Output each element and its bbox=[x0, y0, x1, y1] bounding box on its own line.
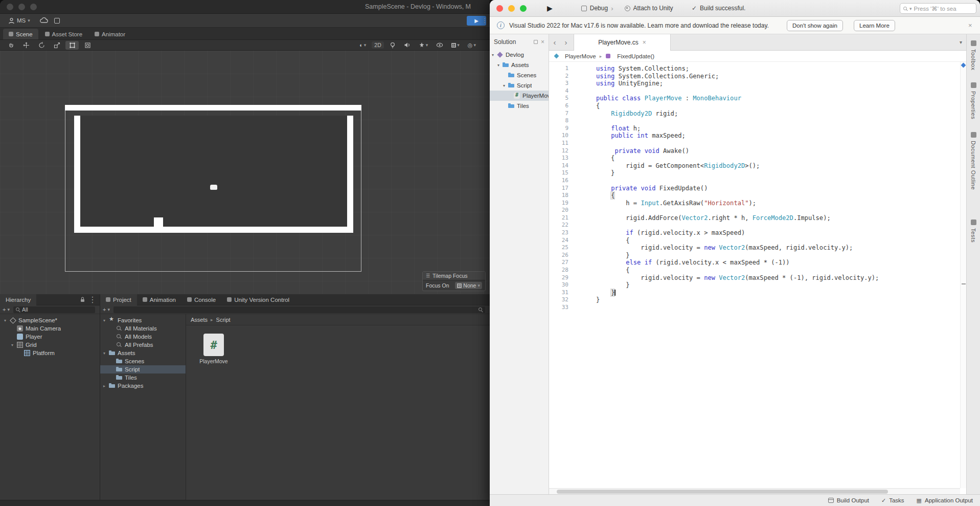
transform-tool-button[interactable] bbox=[81, 41, 94, 50]
hierarchy-item-samplescene[interactable]: ▾SampleScene* bbox=[0, 316, 100, 324]
grid-settings-dropdown[interactable]: ▾ bbox=[449, 42, 462, 48]
debug-config-button[interactable]: Debug › bbox=[581, 5, 613, 12]
view-2d-toggle[interactable]: 2D bbox=[372, 41, 383, 49]
hierarchy-item-player[interactable]: Player bbox=[0, 333, 100, 341]
close-window-icon[interactable] bbox=[7, 4, 13, 10]
project-item-packages[interactable]: ▸Packages bbox=[100, 382, 186, 390]
code-line[interactable]: 32} bbox=[549, 296, 960, 304]
breadcrumb-playermove[interactable]: PlayerMove bbox=[554, 53, 596, 59]
solution-item-script[interactable]: ▾Script bbox=[490, 80, 549, 91]
toolbar-overflow-icon[interactable]: ⋮ bbox=[482, 17, 488, 24]
dont-show-again-button[interactable]: Don't show again bbox=[787, 20, 843, 31]
code-line[interactable]: 4 bbox=[549, 87, 960, 95]
project-item-tiles[interactable]: Tiles bbox=[100, 373, 186, 382]
effects-dropdown[interactable]: ▾ bbox=[416, 41, 431, 49]
zoom-window-icon[interactable] bbox=[30, 4, 37, 10]
code-line[interactable]: 5public class PlayerMove : MonoBehaviour bbox=[549, 95, 960, 102]
code-line[interactable]: 33 bbox=[549, 304, 960, 312]
solution-item-scenes[interactable]: Scenes bbox=[490, 70, 549, 80]
close-notification-icon[interactable]: × bbox=[968, 21, 972, 29]
hierarchy-item-main-camera[interactable]: Main Camera bbox=[0, 324, 100, 333]
minimize-window-icon[interactable] bbox=[508, 5, 515, 12]
code-line[interactable]: 2using System.Collections.Generic; bbox=[549, 73, 960, 80]
rect-tool-button[interactable] bbox=[65, 41, 79, 50]
player-sprite[interactable] bbox=[154, 217, 163, 227]
services-icon[interactable] bbox=[54, 18, 60, 24]
code-line[interactable]: 27 else if (rigid.velocity.x < maxSpeed … bbox=[549, 259, 960, 267]
tab-unity-version-control[interactable]: Unity Version Control bbox=[221, 294, 295, 305]
code-line[interactable]: 14 rigid = GetComponent<Rigidbody2D>(); bbox=[549, 162, 960, 170]
code-line[interactable]: 15 } bbox=[549, 169, 960, 177]
project-item-scenes[interactable]: Scenes bbox=[100, 357, 186, 365]
project-content-grid[interactable]: PlayerMove bbox=[186, 325, 490, 500]
dock-icon[interactable] bbox=[534, 40, 538, 44]
tab-animator[interactable]: Animator bbox=[89, 29, 131, 39]
vs-titlebar[interactable]: ▶ Debug › Attach to Unity ✓ Build succes… bbox=[490, 0, 980, 17]
scene-audio-toggle[interactable] bbox=[401, 41, 413, 49]
tab-playermove-cs[interactable]: PlayerMove.cs × bbox=[574, 34, 671, 51]
solution-item-devlog[interactable]: ▾Devlog bbox=[490, 50, 549, 60]
code-line[interactable]: 26 } bbox=[549, 252, 960, 259]
scene-viewport[interactable]: ☰ Tilemap Focus Focus On None ▾ bbox=[0, 51, 490, 294]
project-search-input[interactable] bbox=[113, 306, 485, 313]
minimize-window-icon[interactable] bbox=[18, 4, 25, 10]
code-line[interactable]: 18 { bbox=[549, 192, 960, 200]
statusbar-application-output[interactable]: ▦Application Output bbox=[917, 497, 973, 504]
code-line[interactable]: 29 rigid.velocity = new Vector2(maxSpeed… bbox=[549, 274, 960, 282]
scene-lighting-toggle[interactable] bbox=[387, 41, 398, 49]
scrollbar-handle[interactable] bbox=[557, 490, 888, 494]
code-line[interactable]: 17 private void FixedUpdate() bbox=[549, 185, 960, 192]
kebab-menu-icon[interactable]: ⋮ bbox=[88, 295, 97, 304]
add-button[interactable]: + bbox=[103, 306, 106, 313]
code-line[interactable]: 1using System.Collections; bbox=[549, 65, 960, 73]
global-search-input[interactable]: ▾ Press '⌘' to sea bbox=[900, 3, 976, 14]
cloud-icon[interactable] bbox=[39, 17, 48, 24]
statusbar-tasks[interactable]: ✓Tasks bbox=[881, 497, 904, 504]
expand-arrow-icon[interactable]: ▾ bbox=[103, 318, 109, 323]
hierarchy-item-platform[interactable]: Platform bbox=[0, 349, 100, 357]
code-line[interactable]: 8 bbox=[549, 117, 960, 125]
code-line[interactable]: 25 rigid.velocity = new Vector2(maxSpeed… bbox=[549, 244, 960, 252]
code-line[interactable]: 3using UnityEngine; bbox=[549, 80, 960, 87]
code-line[interactable]: 23 if (rigid.velocity.x > maxSpeed) bbox=[549, 229, 960, 237]
tilemap-focus-header[interactable]: ☰ Tilemap Focus bbox=[423, 272, 485, 280]
tab-list-dropdown-icon[interactable]: ▾ bbox=[960, 39, 962, 45]
expand-arrow-icon[interactable]: ▾ bbox=[103, 351, 109, 356]
statusbar-build-output[interactable]: Build Output bbox=[828, 497, 869, 504]
expand-arrow-icon[interactable]: ▾ bbox=[497, 63, 503, 68]
tab-scene[interactable]: Scene bbox=[3, 29, 38, 39]
tab-asset-store[interactable]: Asset Store bbox=[39, 29, 88, 39]
tab-animation[interactable]: Animation bbox=[137, 294, 181, 305]
tab-project[interactable]: Project bbox=[100, 294, 137, 305]
focus-on-dropdown[interactable]: None ▾ bbox=[455, 282, 482, 289]
side-tab-tests[interactable]: Tests bbox=[970, 219, 976, 243]
code-line[interactable]: 6{ bbox=[549, 102, 960, 110]
code-line[interactable]: 22 bbox=[549, 222, 960, 229]
code-line[interactable]: 19 h = Input.GetAxisRaw("Horizontal"); bbox=[549, 200, 960, 207]
unity-titlebar[interactable]: SampleScene - Devlog - Windows, M bbox=[0, 0, 490, 14]
code-line[interactable]: 16 bbox=[549, 177, 960, 185]
solution-item-assets[interactable]: ▾Assets bbox=[490, 60, 549, 70]
asset-item-playermove[interactable]: PlayerMove bbox=[199, 334, 228, 364]
tab-hierarchy[interactable]: Hierarchy bbox=[0, 294, 36, 305]
scale-tool-button[interactable] bbox=[50, 41, 63, 50]
move-tool-button[interactable] bbox=[19, 41, 33, 50]
solution-item-playermove[interactable]: PlayerMove bbox=[490, 91, 549, 101]
gizmos-dropdown[interactable]: ◎▾ bbox=[465, 41, 478, 49]
code-line[interactable]: 28 { bbox=[549, 267, 960, 274]
add-button[interactable]: + bbox=[3, 306, 6, 313]
hierarchy-search-input[interactable]: All bbox=[13, 306, 95, 313]
code-line[interactable]: 11 bbox=[549, 140, 960, 147]
expand-arrow-icon[interactable]: ▸ bbox=[103, 384, 109, 388]
code-line[interactable]: 13 { bbox=[549, 155, 960, 162]
side-tab-document-outline[interactable]: Document Outline bbox=[970, 132, 976, 190]
attach-to-unity-button[interactable]: Attach to Unity bbox=[625, 5, 673, 12]
hierarchy-item-grid[interactable]: ▾Grid bbox=[0, 341, 100, 349]
close-tab-icon[interactable]: × bbox=[643, 39, 646, 46]
project-item-assets[interactable]: ▾Assets bbox=[100, 349, 186, 357]
run-button[interactable]: ▶ bbox=[547, 4, 553, 12]
code-line[interactable]: 9 float h; bbox=[549, 125, 960, 133]
code-line[interactable]: 24 { bbox=[549, 237, 960, 245]
tab-console[interactable]: Console bbox=[181, 294, 221, 305]
side-tab-properties[interactable]: Properties bbox=[970, 82, 976, 119]
